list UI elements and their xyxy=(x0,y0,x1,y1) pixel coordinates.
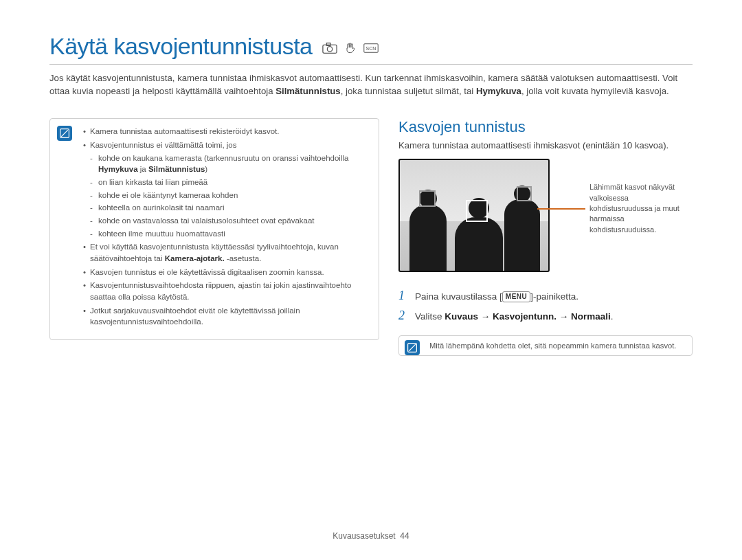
note-subitem: kohde on kaukana kamerasta (tarkennusruu… xyxy=(90,153,369,175)
hand-mode-icon xyxy=(343,42,358,54)
step-item: 1 Paina kuvaustilassa [MENU]-painiketta. xyxy=(398,289,693,303)
step-text: Valitse Kuvaus → Kasvojentunn. → Normaal… xyxy=(415,311,614,322)
face-detect-figure: Lähimmät kasvot näkyvät valkoisessa kohd… xyxy=(398,159,693,272)
note-subitem: on liian kirkasta tai liian pimeää xyxy=(90,177,369,188)
person-silhouette xyxy=(455,217,503,271)
note-subitem: kohde ei ole kääntynyt kameraa kohden xyxy=(90,190,369,201)
camera-mode-icon xyxy=(322,42,337,54)
step-number: 2 xyxy=(398,309,408,323)
note-item: Kasvojentunnistusvaihtoehdosta riippuen,… xyxy=(83,280,369,302)
section-subtext: Kamera tunnistaa automaattisesti ihmiska… xyxy=(398,140,693,150)
svg-point-2 xyxy=(327,47,332,52)
title-mode-icons: SCN xyxy=(322,42,379,57)
note-item: Jotkut sarjakuvausvaihtoehdot eivät ole … xyxy=(83,305,369,328)
note-subitem: kohteen ilme muuttuu huomattavasti xyxy=(90,228,369,240)
focus-box-secondary xyxy=(517,186,532,201)
note-item: Et voi käyttää kasvojentunnistusta käytt… xyxy=(83,241,369,264)
camera-preview-frame xyxy=(398,159,550,272)
figure-callout: Lähimmät kasvot näkyvät valkoisessa kohd… xyxy=(589,182,693,235)
svg-text:SCN: SCN xyxy=(366,46,376,51)
note-item: Kamera tunnistaa automaattisesti rekiste… xyxy=(83,126,369,137)
section-heading: Kasvojen tunnistus xyxy=(398,118,693,136)
tip-box: Mitä lähempänä kohdetta olet, sitä nopea… xyxy=(398,335,693,356)
page-footer: Kuvausasetukset 44 xyxy=(0,531,742,541)
note-box: Kamera tunnistaa automaattisesti rekiste… xyxy=(49,118,379,340)
person-silhouette xyxy=(409,205,447,271)
note-icon xyxy=(57,126,72,141)
focus-box-secondary xyxy=(419,190,436,207)
steps-list: 1 Paina kuvaustilassa [MENU]-painiketta.… xyxy=(398,289,693,323)
step-item: 2 Valitse Kuvaus → Kasvojentunn. → Norma… xyxy=(398,309,693,323)
person-silhouette xyxy=(504,199,540,271)
callout-leader-line xyxy=(537,208,585,210)
svg-rect-1 xyxy=(326,43,330,46)
note-subitem: kohde on vastavalossa tai valaistusolosu… xyxy=(90,215,369,227)
note-item: Kasvojen tunnistus ei ole käytettävissä … xyxy=(83,267,369,278)
intro-paragraph: Jos käytät kasvojentunnistusta, kamera t… xyxy=(49,71,693,98)
step-text: Paina kuvaustilassa [MENU]-painiketta. xyxy=(415,291,578,302)
page-title-row: Käytä kasvojentunnistusta SCN xyxy=(49,33,693,65)
step-number: 1 xyxy=(398,289,408,303)
note-icon xyxy=(405,340,420,355)
page-title: Käytä kasvojentunnistusta xyxy=(49,33,313,60)
tip-text: Mitä lähempänä kohdetta olet, sitä nopea… xyxy=(429,341,676,350)
note-subitem: kohteella on aurinkolasit tai naamari xyxy=(90,202,369,214)
menu-button-label: MENU xyxy=(502,291,530,302)
scene-mode-icon: SCN xyxy=(363,42,379,54)
focus-box-primary xyxy=(466,200,488,222)
note-item: Kasvojentunnistus ei välttämättä toimi, … xyxy=(83,139,369,239)
